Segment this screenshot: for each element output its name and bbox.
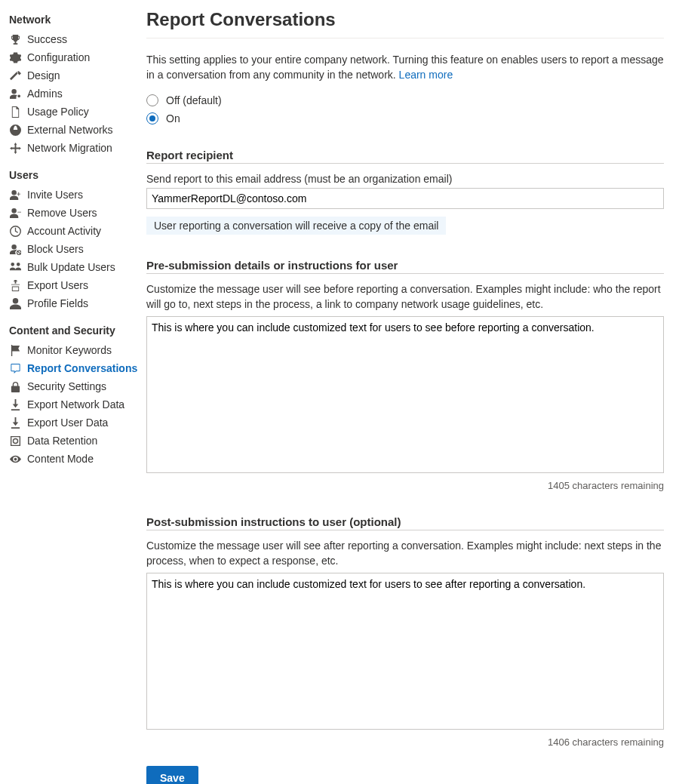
- sidebar-item-label: Export User Data: [27, 415, 108, 430]
- sidebar-item-monitor-keywords[interactable]: Monitor Keywords: [9, 341, 139, 359]
- profile-icon: [9, 297, 21, 309]
- learn-more-link[interactable]: Learn more: [399, 69, 453, 81]
- section-post-heading: Post-submission instructions to user (op…: [146, 515, 664, 530]
- design-icon: [9, 69, 21, 81]
- sidebar-item-label: Remove Users: [27, 205, 97, 220]
- pre-instructions-textarea[interactable]: [146, 316, 664, 473]
- gear-icon: [9, 51, 21, 63]
- recipient-label: Send report to this email address (must …: [146, 173, 664, 185]
- sidebar-item-export-network-data[interactable]: Export Network Data: [9, 395, 139, 414]
- sidebar-item-data-retention[interactable]: Data Retention: [9, 432, 139, 450]
- sidebar-item-design[interactable]: Design: [9, 66, 139, 85]
- sidebar-item-label: Report Conversations: [27, 361, 137, 376]
- migration-icon: [9, 142, 21, 154]
- lock-icon: [9, 380, 21, 392]
- sidebar-item-label: Design: [27, 68, 60, 83]
- sidebar-item-bulk-update-users[interactable]: Bulk Update Users: [9, 258, 139, 276]
- radio-off-label: Off (default): [166, 94, 222, 106]
- title-divider: [146, 38, 664, 38]
- sidebar-item-external-networks[interactable]: External Networks: [9, 121, 139, 139]
- globe-icon: [9, 124, 21, 136]
- sidebar-item-label: Usage Policy: [27, 104, 89, 119]
- sidebar-item-export-user-data[interactable]: Export User Data: [9, 414, 139, 432]
- sidebar-item-export-users[interactable]: Export Users: [9, 276, 139, 294]
- page-title: Report Conversations: [146, 9, 664, 30]
- section-recipient-heading: Report recipient: [146, 149, 664, 164]
- sidebar-item-usage-policy[interactable]: Usage Policy: [9, 103, 139, 121]
- pre-characters-remaining: 1405 characters remaining: [146, 480, 664, 491]
- radio-off[interactable]: Off (default): [146, 94, 664, 106]
- download-icon: [9, 417, 21, 429]
- sidebar-item-invite-users[interactable]: Invite Users: [9, 186, 139, 204]
- sidebar-item-account-activity[interactable]: Account Activity: [9, 222, 139, 240]
- radio-off-indicator: [146, 94, 158, 106]
- section-pre-heading: Pre-submission details or instructions f…: [146, 259, 664, 274]
- admin-sidebar: NetworkSuccessConfigurationDesignAdminsU…: [9, 9, 139, 784]
- post-desc: Customize the message user will see afte…: [146, 538, 664, 568]
- post-characters-remaining: 1406 characters remaining: [146, 736, 664, 748]
- pre-desc: Customize the message user will see befo…: [146, 281, 664, 312]
- download-icon: [9, 398, 21, 410]
- sidebar-item-label: Export Network Data: [27, 397, 124, 412]
- sidebar-item-label: Content Mode: [27, 451, 94, 466]
- sidebar-item-label: Security Settings: [27, 379, 106, 394]
- intro-text: This setting applies to your entire comp…: [146, 52, 664, 82]
- sidebar-item-content-mode[interactable]: Content Mode: [9, 450, 139, 468]
- sidebar-item-block-users[interactable]: Block Users: [9, 240, 139, 258]
- sidebar-item-profile-fields[interactable]: Profile Fields: [9, 294, 139, 312]
- radio-on-indicator: [146, 112, 158, 125]
- sidebar-item-label: Monitor Keywords: [27, 343, 112, 358]
- document-icon: [9, 106, 21, 118]
- nav-group-title-users: Users: [9, 169, 139, 181]
- flag-icon: [9, 344, 21, 356]
- clock-icon: [9, 225, 21, 237]
- retention-icon: [9, 435, 21, 447]
- sidebar-item-configuration[interactable]: Configuration: [9, 48, 139, 66]
- sidebar-item-label: Network Migration: [27, 140, 112, 155]
- sidebar-item-security-settings[interactable]: Security Settings: [9, 377, 139, 395]
- sidebar-item-label: Export Users: [27, 278, 88, 293]
- eye-icon: [9, 453, 21, 465]
- sidebar-item-label: Invite Users: [27, 187, 83, 202]
- sidebar-item-label: Bulk Update Users: [27, 260, 115, 275]
- save-button[interactable]: Save: [146, 766, 198, 784]
- sidebar-item-label: Account Activity: [27, 223, 101, 238]
- nav-group-title-content-and-security: Content and Security: [9, 324, 139, 337]
- recipient-email-input[interactable]: [146, 188, 664, 209]
- sidebar-item-success[interactable]: Success: [9, 30, 139, 48]
- sidebar-item-network-migration[interactable]: Network Migration: [9, 139, 139, 157]
- post-instructions-textarea[interactable]: [146, 573, 664, 730]
- add-user-icon: [9, 189, 21, 201]
- sidebar-item-label: Block Users: [27, 241, 84, 257]
- recipient-help: User reporting a conversation will recei…: [146, 217, 446, 235]
- trophy-icon: [9, 33, 21, 45]
- remove-user-icon: [9, 207, 21, 219]
- report-icon: [9, 362, 21, 374]
- admin-icon: [9, 88, 21, 100]
- sidebar-item-label: External Networks: [27, 122, 113, 137]
- sidebar-item-admins[interactable]: Admins: [9, 85, 139, 103]
- sidebar-item-label: Success: [27, 32, 67, 47]
- sidebar-item-report-conversations[interactable]: Report Conversations: [9, 359, 139, 377]
- radio-on-label: On: [166, 112, 180, 125]
- sidebar-item-remove-users[interactable]: Remove Users: [9, 204, 139, 222]
- sidebar-item-label: Data Retention: [27, 433, 97, 448]
- radio-on[interactable]: On: [146, 112, 664, 125]
- block-user-icon: [9, 243, 21, 255]
- main-content: Report Conversations This setting applie…: [139, 9, 664, 784]
- sidebar-item-label: Admins: [27, 86, 63, 101]
- nav-group-title-network: Network: [9, 14, 139, 26]
- sidebar-item-label: Configuration: [27, 50, 90, 65]
- export-icon: [9, 279, 21, 291]
- sidebar-item-label: Profile Fields: [27, 296, 88, 311]
- bulk-users-icon: [9, 261, 21, 273]
